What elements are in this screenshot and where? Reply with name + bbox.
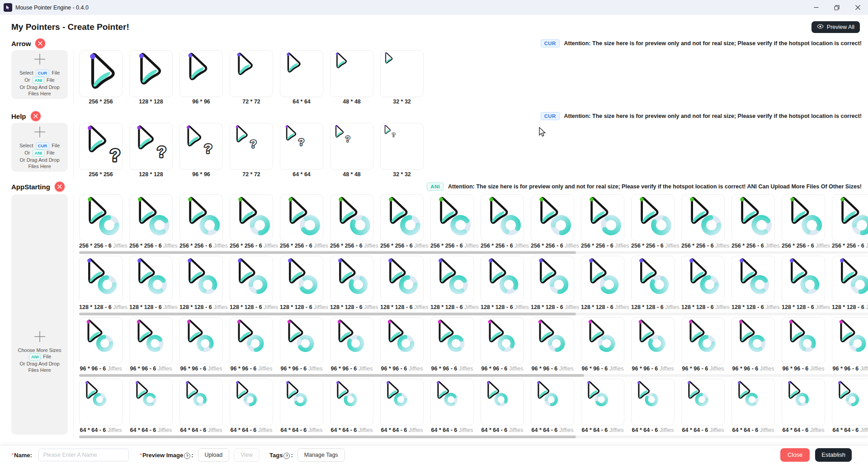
pointer-preview-card[interactable] xyxy=(481,317,524,364)
pointer-preview-card[interactable] xyxy=(280,379,323,426)
pointer-preview-card[interactable] xyxy=(782,194,825,241)
pointer-preview-card[interactable] xyxy=(681,194,725,241)
pointer-preview-card[interactable] xyxy=(531,194,574,241)
pointer-preview-card[interactable] xyxy=(782,256,825,303)
pointer-preview-card[interactable] xyxy=(129,317,173,364)
pointer-preview-card[interactable] xyxy=(230,50,273,97)
pointer-preview-card[interactable] xyxy=(531,317,574,364)
file-dropzone[interactable]: Select CUR File Or ANI File Or Drag And … xyxy=(11,50,68,99)
pointer-preview-card[interactable]: ? xyxy=(179,123,223,170)
pointer-preview-card[interactable] xyxy=(430,194,474,241)
pointer-preview-card[interactable] xyxy=(179,256,223,303)
pointer-preview-card[interactable] xyxy=(581,194,624,241)
pointer-preview-card[interactable]: ? xyxy=(330,123,373,170)
help-circle-icon[interactable]: ? xyxy=(283,453,290,459)
pointer-preview-card[interactable] xyxy=(731,317,775,364)
pointer-preview-card[interactable] xyxy=(531,379,574,426)
pointer-preview-card[interactable] xyxy=(731,379,775,426)
pointer-preview-card[interactable] xyxy=(179,317,223,364)
name-input[interactable] xyxy=(38,449,129,461)
pointer-preview-card[interactable] xyxy=(330,194,373,241)
pointer-preview-card[interactable]: ? xyxy=(280,123,323,170)
pointer-preview-card[interactable] xyxy=(832,379,868,426)
pointer-preview-card[interactable] xyxy=(280,256,323,303)
pointer-preview-card[interactable] xyxy=(481,256,524,303)
pointer-preview-card[interactable] xyxy=(631,317,675,364)
pointer-preview-card[interactable] xyxy=(380,194,424,241)
delete-section-icon[interactable] xyxy=(31,111,41,121)
pointer-preview-card[interactable] xyxy=(179,379,223,426)
pointer-preview-card[interactable] xyxy=(79,50,123,97)
pointer-preview-card[interactable] xyxy=(129,256,173,303)
pointer-preview-card[interactable] xyxy=(179,194,223,241)
pointer-preview-card[interactable] xyxy=(380,256,424,303)
pointer-preview-card[interactable]: ? xyxy=(79,123,123,170)
pointer-preview-card[interactable] xyxy=(430,256,474,303)
pointer-preview-card[interactable] xyxy=(330,256,373,303)
pointer-preview-card[interactable] xyxy=(230,317,273,364)
view-button[interactable]: View xyxy=(234,448,259,462)
pointer-preview-card[interactable] xyxy=(681,317,725,364)
establish-button[interactable]: Establish xyxy=(815,448,852,462)
scrollbar-thumb[interactable] xyxy=(79,251,576,254)
help-circle-icon[interactable]: ? xyxy=(184,453,190,459)
pointer-preview-card[interactable]: ? xyxy=(380,123,424,170)
pointer-preview-card[interactable] xyxy=(581,317,624,364)
delete-section-icon[interactable] xyxy=(55,182,65,192)
pointer-preview-card[interactable] xyxy=(79,194,123,241)
pointer-preview-card[interactable] xyxy=(832,256,868,303)
pointer-preview-card[interactable] xyxy=(129,379,173,426)
pointer-preview-card[interactable] xyxy=(230,194,273,241)
horizontal-scrollbar[interactable] xyxy=(79,374,868,377)
pointer-preview-card[interactable]: ? xyxy=(230,123,273,170)
pointer-preview-card[interactable] xyxy=(330,379,373,426)
pointer-preview-card[interactable] xyxy=(631,379,675,426)
pointer-preview-card[interactable] xyxy=(531,256,574,303)
pointer-preview-card[interactable] xyxy=(581,379,624,426)
file-dropzone-ani[interactable]: Choose More Sizes ANI File Or Drag And D… xyxy=(11,194,68,435)
pointer-preview-card[interactable] xyxy=(631,256,675,303)
pointer-preview-card[interactable] xyxy=(380,50,424,97)
pointer-preview-card[interactable] xyxy=(681,256,725,303)
scrollbar-thumb[interactable] xyxy=(79,436,576,438)
pointer-preview-card[interactable] xyxy=(481,379,524,426)
pointer-preview-card[interactable] xyxy=(179,50,223,97)
minimize-icon[interactable] xyxy=(806,0,826,15)
pointer-preview-card[interactable] xyxy=(832,194,868,241)
scrollbar-thumb[interactable] xyxy=(79,313,576,315)
pointer-preview-card[interactable] xyxy=(330,50,373,97)
pointer-preview-card[interactable] xyxy=(230,379,273,426)
pointer-preview-card[interactable]: ? xyxy=(129,123,173,170)
pointer-preview-card[interactable] xyxy=(782,317,825,364)
pointer-preview-card[interactable] xyxy=(430,379,474,426)
preview-all-button[interactable]: Preview All xyxy=(811,21,860,33)
restore-icon[interactable] xyxy=(826,0,847,15)
pointer-preview-card[interactable] xyxy=(430,317,474,364)
horizontal-scrollbar[interactable] xyxy=(79,313,868,315)
pointer-preview-card[interactable] xyxy=(129,194,173,241)
pointer-preview-card[interactable] xyxy=(280,50,323,97)
pointer-preview-card[interactable] xyxy=(380,379,424,426)
pointer-preview-card[interactable] xyxy=(79,256,123,303)
pointer-preview-card[interactable] xyxy=(631,194,675,241)
pointer-preview-card[interactable] xyxy=(230,256,273,303)
pointer-preview-card[interactable] xyxy=(79,379,123,426)
close-window-icon[interactable] xyxy=(847,0,868,15)
upload-button[interactable]: Upload xyxy=(198,448,230,462)
close-button[interactable]: Close xyxy=(780,448,810,462)
scrollbar-thumb[interactable] xyxy=(79,374,584,377)
pointer-preview-card[interactable] xyxy=(280,194,323,241)
pointer-preview-card[interactable] xyxy=(731,194,775,241)
pointer-preview-card[interactable] xyxy=(481,194,524,241)
pointer-preview-card[interactable] xyxy=(782,379,825,426)
pointer-preview-card[interactable] xyxy=(280,317,323,364)
pointer-preview-card[interactable] xyxy=(79,317,123,364)
file-dropzone[interactable]: Select CUR File Or ANI File Or Drag And … xyxy=(11,123,68,172)
pointer-preview-card[interactable] xyxy=(731,256,775,303)
pointer-preview-card[interactable] xyxy=(380,317,424,364)
pointer-preview-card[interactable] xyxy=(832,317,868,364)
pointer-preview-card[interactable] xyxy=(581,256,624,303)
horizontal-scrollbar[interactable] xyxy=(79,251,868,254)
pointer-preview-card[interactable] xyxy=(129,50,173,97)
pointer-preview-card[interactable] xyxy=(681,379,725,426)
